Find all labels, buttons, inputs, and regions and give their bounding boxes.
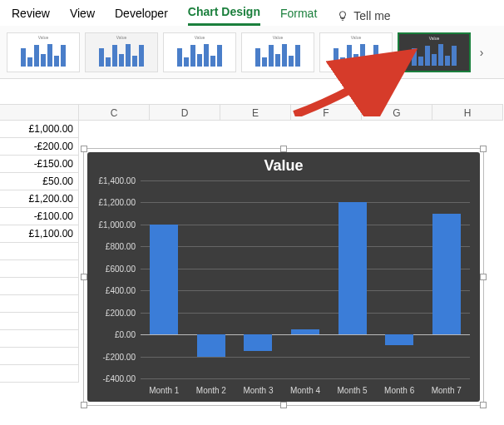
gallery-next-button[interactable]: › xyxy=(476,32,487,72)
cell[interactable] xyxy=(0,330,79,348)
chart-title[interactable]: Value xyxy=(87,152,480,175)
gridline xyxy=(141,378,470,379)
x-axis-label: Month 1 xyxy=(141,386,188,395)
cell[interactable] xyxy=(0,260,79,278)
bar[interactable] xyxy=(291,329,319,335)
cell[interactable] xyxy=(0,348,79,365)
chart-style-thumb[interactable]: Value xyxy=(85,32,158,72)
cell[interactable] xyxy=(0,278,79,295)
chart-canvas[interactable]: Value -£400.00-£200.00£0.00£200.00£400.0… xyxy=(87,152,480,402)
bar-slot: Month 4 xyxy=(282,180,329,378)
ribbon-tabs: Review View Developer Chart Design Forma… xyxy=(0,0,504,26)
bar-slot: Month 5 xyxy=(329,180,376,378)
resize-handle[interactable] xyxy=(81,274,87,280)
y-axis-label: £1,000.00 xyxy=(91,220,136,229)
resize-handle[interactable] xyxy=(480,402,487,408)
tab-review[interactable]: Review xyxy=(12,7,50,25)
spreadsheet-area: C D E F G H £1,000.00-£200.00-£150.00£50… xyxy=(0,79,504,104)
y-axis-label: -£200.00 xyxy=(91,352,136,361)
tab-view[interactable]: View xyxy=(70,7,95,25)
y-axis-label: £200.00 xyxy=(91,308,136,317)
x-axis-label: Month 6 xyxy=(376,386,423,395)
bar[interactable] xyxy=(150,225,178,334)
bar[interactable] xyxy=(197,334,225,356)
column-header[interactable]: H xyxy=(432,104,503,121)
column-header[interactable]: E xyxy=(220,104,291,121)
cell[interactable]: £1,100.00 xyxy=(0,225,79,243)
x-axis-label: Month 3 xyxy=(235,386,282,395)
y-axis-label: £0.00 xyxy=(91,330,136,339)
chart-style-gallery: Value Value Value Value Value Value › xyxy=(0,26,504,79)
bar-slot: Month 2 xyxy=(188,180,235,378)
x-axis-label: Month 7 xyxy=(422,386,470,395)
resize-handle[interactable] xyxy=(280,146,287,152)
y-axis-label: £400.00 xyxy=(91,286,136,295)
cell[interactable]: £1,000.00 xyxy=(0,121,79,138)
cell[interactable] xyxy=(0,243,79,260)
chart-style-thumb[interactable]: Value xyxy=(163,32,236,72)
x-axis-label: Month 5 xyxy=(329,386,376,395)
chart-object[interactable]: Value -£400.00-£200.00£0.00£200.00£400.0… xyxy=(83,148,484,406)
column-header[interactable]: G xyxy=(362,104,432,121)
cell[interactable]: £50.00 xyxy=(0,173,79,190)
y-axis-label: £600.00 xyxy=(91,264,136,273)
cell[interactable]: £1,200.00 xyxy=(0,190,79,208)
resize-handle[interactable] xyxy=(480,146,487,152)
tab-format[interactable]: Format xyxy=(280,7,317,25)
y-axis-label: £1,200.00 xyxy=(91,198,136,207)
plot-area[interactable]: -£400.00-£200.00£0.00£200.00£400.00£600.… xyxy=(141,180,470,378)
bar-slot: Month 6 xyxy=(376,180,423,378)
resize-handle[interactable] xyxy=(81,402,87,408)
column-header[interactable] xyxy=(0,104,79,121)
tab-developer[interactable]: Developer xyxy=(115,7,168,25)
resize-handle[interactable] xyxy=(280,402,287,408)
x-axis-label: Month 4 xyxy=(282,386,329,395)
bar[interactable] xyxy=(244,334,272,351)
column-header[interactable]: F xyxy=(291,104,362,121)
bar[interactable] xyxy=(385,334,413,345)
column-header[interactable]: D xyxy=(150,104,220,121)
cell[interactable] xyxy=(0,365,79,383)
column-header[interactable]: C xyxy=(79,104,150,121)
bar[interactable] xyxy=(338,202,367,334)
bars-container: Month 1Month 2Month 3Month 4Month 5Month… xyxy=(141,180,470,378)
chart-style-thumb[interactable]: Value xyxy=(241,32,314,72)
resize-handle[interactable] xyxy=(480,274,487,280)
column-headers: C D E F G H xyxy=(0,104,503,121)
cell[interactable]: -£100.00 xyxy=(0,208,79,225)
x-axis-label: Month 2 xyxy=(188,386,235,395)
cell-grid[interactable]: £1,000.00-£200.00-£150.00£50.00£1,200.00… xyxy=(0,121,79,383)
cell[interactable]: -£150.00 xyxy=(0,156,79,173)
chart-style-thumb-selected[interactable]: Value xyxy=(398,32,471,72)
chart-style-thumb[interactable]: Value xyxy=(7,32,80,72)
tell-me-search[interactable]: Tell me xyxy=(337,9,390,22)
bulb-icon xyxy=(337,10,348,22)
y-axis-label: £1,400.00 xyxy=(91,176,136,185)
y-axis-label: -£400.00 xyxy=(91,374,136,383)
resize-handle[interactable] xyxy=(81,146,87,152)
cell[interactable] xyxy=(0,295,79,313)
y-axis-label: £800.00 xyxy=(91,242,136,251)
bar[interactable] xyxy=(432,214,461,334)
tell-me-label: Tell me xyxy=(353,9,390,22)
bar-slot: Month 1 xyxy=(141,180,188,378)
tab-chart-design[interactable]: Chart Design xyxy=(188,5,260,26)
cell[interactable]: -£200.00 xyxy=(0,138,79,156)
bar-slot: Month 7 xyxy=(422,180,470,378)
cell[interactable] xyxy=(0,313,79,330)
chart-style-thumb[interactable]: Value xyxy=(319,32,393,72)
bar-slot: Month 3 xyxy=(235,180,282,378)
